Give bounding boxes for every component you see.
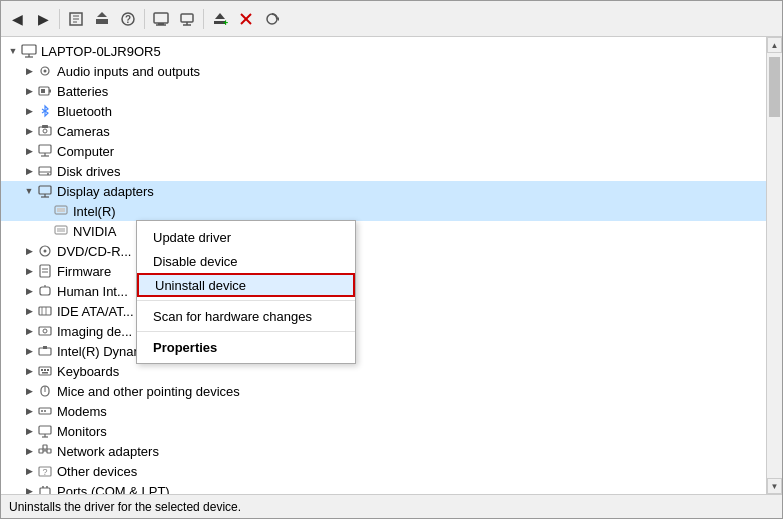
tree-item-mice[interactable]: ▶ Mice and other pointing devices — [1, 381, 766, 401]
svg-point-25 — [44, 70, 47, 73]
tree-item-imaging[interactable]: ▶ Imaging de... — [1, 321, 766, 341]
firmware-icon — [37, 263, 53, 279]
intel-device-icon — [53, 203, 69, 219]
tree-item-diskdrives[interactable]: ▶ Disk drives — [1, 161, 766, 181]
displayadapters-icon — [37, 183, 53, 199]
svg-rect-31 — [39, 127, 51, 135]
intel-expand-icon — [37, 203, 53, 219]
computer-toolbar-icon[interactable] — [175, 7, 199, 31]
properties-button[interactable] — [64, 7, 88, 31]
tree-item-ideata[interactable]: ▶ IDE ATA/AT... — [1, 301, 766, 321]
svg-rect-8 — [154, 13, 168, 23]
svg-point-39 — [47, 173, 49, 175]
back-button[interactable]: ◀ — [5, 7, 29, 31]
mice-label: Mice and other pointing devices — [57, 384, 240, 399]
ideata-expand-icon[interactable]: ▶ — [21, 303, 37, 319]
tree-item-batteries[interactable]: ▶ Batteries — [1, 81, 766, 101]
add-driver-button[interactable]: + — [208, 7, 232, 31]
tree-item-audio[interactable]: ▶ Audio inputs and outputs — [1, 61, 766, 81]
ideata-icon — [37, 303, 53, 319]
tree-item-keyboards[interactable]: ▶ Keyboards — [1, 361, 766, 381]
delete-button[interactable] — [234, 7, 258, 31]
help-button[interactable]: ? — [116, 7, 140, 31]
tree-item-intel[interactable]: Intel(R) — [1, 201, 766, 221]
imaging-expand-icon[interactable]: ▶ — [21, 323, 37, 339]
toolbar: ◀ ▶ ? + — [1, 1, 782, 37]
tree-item-nvidia[interactable]: NVIDIA — [1, 221, 766, 241]
computer-expand-icon[interactable]: ▶ — [21, 143, 37, 159]
keyboards-icon — [37, 363, 53, 379]
ctx-update-driver[interactable]: Update driver — [137, 225, 355, 249]
dvdcd-expand-icon[interactable]: ▶ — [21, 243, 37, 259]
root-expand-icon[interactable]: ▼ — [5, 43, 21, 59]
update-driver-toolbar-button[interactable] — [90, 7, 114, 31]
tree-item-displayadapters[interactable]: ▼ Display adapters — [1, 181, 766, 201]
inteldynamic-expand-icon[interactable]: ▶ — [21, 343, 37, 359]
displayadapters-expand-icon[interactable]: ▼ — [21, 183, 37, 199]
mice-expand-icon[interactable]: ▶ — [21, 383, 37, 399]
firmware-expand-icon[interactable]: ▶ — [21, 263, 37, 279]
ports-label: Ports (COM & LPT) — [57, 484, 170, 495]
scroll-track[interactable] — [767, 53, 782, 478]
ctx-uninstall-device[interactable]: Uninstall device — [137, 273, 355, 297]
bluetooth-label: Bluetooth — [57, 104, 112, 119]
diskdrives-expand-icon[interactable]: ▶ — [21, 163, 37, 179]
displayadapters-label: Display adapters — [57, 184, 154, 199]
svg-rect-27 — [49, 90, 51, 93]
bluetooth-expand-icon[interactable]: ▶ — [21, 103, 37, 119]
separator-3 — [203, 9, 204, 29]
dvdcd-label: DVD/CD-R... — [57, 244, 131, 259]
batteries-expand-icon[interactable]: ▶ — [21, 83, 37, 99]
svg-rect-37 — [39, 167, 51, 175]
monitors-expand-icon[interactable]: ▶ — [21, 423, 37, 439]
tree-item-firmware[interactable]: ▶ Firmware — [1, 261, 766, 281]
mice-icon — [37, 383, 53, 399]
scan-hardware-toolbar-button[interactable] — [260, 7, 284, 31]
tree-item-computer[interactable]: ▶ Computer — [1, 141, 766, 161]
tree-item-humanint[interactable]: ▶ Human Int... — [1, 281, 766, 301]
svg-rect-64 — [47, 369, 49, 371]
ctx-separator-2 — [137, 331, 355, 332]
tree-item-otherdevices[interactable]: ▶ ? Other devices — [1, 461, 766, 481]
tree-item-inteldynamic[interactable]: ▶ Intel(R) Dynamic Platform and Thermal … — [1, 341, 766, 361]
tree-item-ports[interactable]: ▶ Ports (COM & LPT) — [1, 481, 766, 494]
computer-label: Computer — [57, 144, 114, 159]
tree-item-bluetooth[interactable]: ▶ Bluetooth — [1, 101, 766, 121]
ports-expand-icon[interactable]: ▶ — [21, 483, 37, 494]
keyboards-expand-icon[interactable]: ▶ — [21, 363, 37, 379]
status-text: Uninstalls the driver for the selected d… — [9, 500, 241, 514]
device-tree[interactable]: ▼ LAPTOP-0LJR9OR5 ▶ Audio inputs and out… — [1, 37, 766, 494]
forward-button[interactable]: ▶ — [31, 7, 55, 31]
ctx-properties[interactable]: Properties — [137, 335, 355, 359]
scroll-up-arrow[interactable]: ▲ — [767, 37, 782, 53]
cameras-label: Cameras — [57, 124, 110, 139]
scroll-thumb[interactable] — [769, 57, 780, 117]
audio-expand-icon[interactable]: ▶ — [21, 63, 37, 79]
otherdevices-expand-icon[interactable]: ▶ — [21, 463, 37, 479]
scroll-down-arrow[interactable]: ▼ — [767, 478, 782, 494]
device-manager-toolbar-icon[interactable] — [149, 7, 173, 31]
svg-rect-40 — [39, 186, 51, 194]
tree-item-cameras[interactable]: ▶ Cameras — [1, 121, 766, 141]
svg-rect-76 — [43, 445, 47, 449]
svg-point-69 — [41, 410, 43, 412]
svg-rect-63 — [44, 369, 46, 371]
svg-rect-33 — [42, 125, 48, 128]
cameras-expand-icon[interactable]: ▶ — [21, 123, 37, 139]
nvidia-label: NVIDIA — [73, 224, 116, 239]
svg-point-32 — [43, 129, 47, 133]
ctx-scan-hardware[interactable]: Scan for hardware changes — [137, 304, 355, 328]
tree-item-monitors[interactable]: ▶ Monitors — [1, 421, 766, 441]
ctx-disable-device[interactable]: Disable device — [137, 249, 355, 273]
tree-item-networkadapters[interactable]: ▶ Network adapters — [1, 441, 766, 461]
vertical-scrollbar[interactable]: ▲ ▼ — [766, 37, 782, 494]
svg-point-70 — [44, 410, 46, 412]
networkadapters-expand-icon[interactable]: ▶ — [21, 443, 37, 459]
tree-item-modems[interactable]: ▶ Modems — [1, 401, 766, 421]
imaging-icon — [37, 323, 53, 339]
svg-rect-34 — [39, 145, 51, 153]
tree-item-dvdcd[interactable]: ▶ DVD/CD-R... — [1, 241, 766, 261]
tree-root[interactable]: ▼ LAPTOP-0LJR9OR5 — [1, 41, 766, 61]
humanint-expand-icon[interactable]: ▶ — [21, 283, 37, 299]
modems-expand-icon[interactable]: ▶ — [21, 403, 37, 419]
